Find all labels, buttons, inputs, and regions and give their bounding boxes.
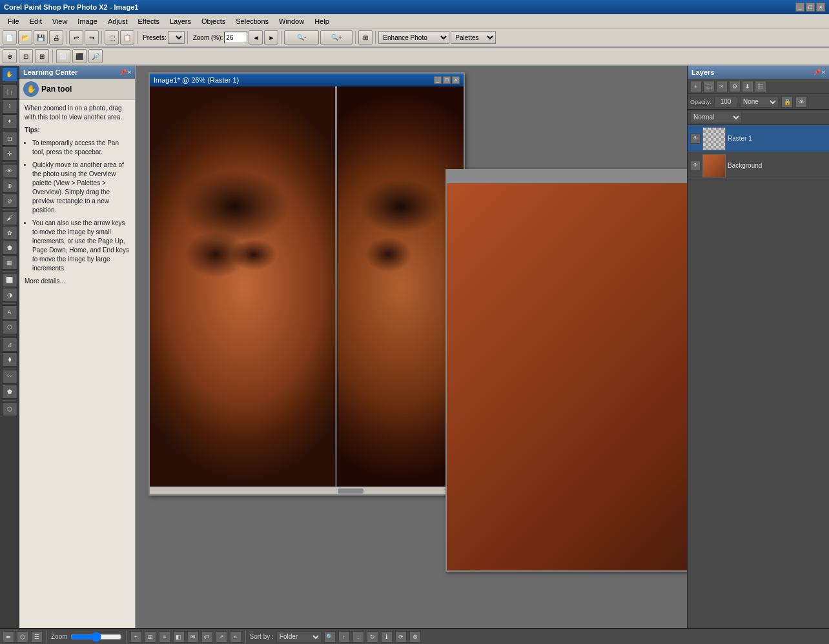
minimize-button[interactable]: _ [795, 3, 804, 12]
zoom-increase-button[interactable]: ► [264, 30, 278, 45]
warp-button[interactable]: 〰 [2, 370, 17, 384]
gradient-button[interactable]: ▦ [2, 256, 17, 270]
presets-dropdown[interactable] [168, 31, 185, 44]
save-button[interactable]: 💾 [34, 30, 48, 45]
layer-item-background[interactable]: 👁 Background [688, 152, 829, 179]
zoom-in-button[interactable]: 🔍+ [320, 30, 353, 45]
undo-button[interactable]: ↩ [69, 30, 83, 45]
layer-eye-raster1[interactable]: 👁 [690, 134, 701, 144]
org-tb-1[interactable]: ⬅ [3, 631, 14, 643]
menu-file[interactable]: File [3, 16, 25, 26]
color-replacer-button[interactable]: ⧫ [2, 352, 17, 367]
text-tool-button[interactable]: A [2, 305, 17, 319]
move-tool-button[interactable]: ✛ [2, 146, 17, 161]
doc-scrollbar-1[interactable] [150, 487, 464, 494]
actual-size-button[interactable]: ⊞ [358, 30, 373, 45]
magnify-button[interactable]: 🔎 [88, 49, 103, 63]
doc-minimize-1[interactable]: _ [434, 76, 442, 84]
visibility-button[interactable]: 👁 [795, 96, 807, 108]
org-grid-button[interactable]: ⊞ [145, 631, 156, 643]
org-email-button[interactable]: ✉ [187, 631, 199, 643]
zoom-more-button[interactable]: ⊕ [3, 49, 17, 63]
crop-tool-button[interactable]: ⊡ [2, 132, 17, 146]
grid-button[interactable]: ⊞ [35, 49, 49, 63]
print-button[interactable]: 🖨 [49, 30, 63, 45]
opacity-input[interactable] [714, 96, 737, 108]
vector-tool-button[interactable]: ⬡ [2, 320, 17, 334]
doc-canvas-2[interactable] [447, 183, 687, 570]
org-search-button[interactable]: 🔍 [324, 631, 336, 643]
menu-effects[interactable]: Effects [133, 16, 165, 26]
lasso-tool-button[interactable]: ⌇ [2, 99, 17, 114]
3d-object-button[interactable]: ⬡ [2, 402, 17, 416]
lc-close-button[interactable]: × [128, 69, 131, 75]
clone-button[interactable]: ⊕ [2, 179, 17, 193]
menu-image[interactable]: Image [72, 16, 103, 26]
doc-scrollthumb-1[interactable] [338, 488, 363, 494]
paint-bucket-button[interactable]: ⬟ [2, 241, 17, 255]
magic-wand-button[interactable]: ✦ [2, 114, 17, 128]
palettes-dropdown[interactable]: Palettes [451, 31, 496, 44]
layer-properties-button[interactable]: ⚙ [729, 81, 741, 92]
zoom-fit-button[interactable]: ⊡ [19, 49, 33, 63]
dodge-button[interactable]: ◑ [2, 288, 17, 302]
org-more-button[interactable]: » [230, 631, 241, 643]
menu-help[interactable]: Help [309, 16, 334, 26]
menu-objects[interactable]: Objects [196, 16, 230, 26]
doc-close-1[interactable]: × [452, 76, 460, 84]
eraser-button[interactable]: ⬜ [2, 273, 17, 287]
doc-window-controls-1[interactable]: _ □ × [434, 76, 460, 84]
paste-button[interactable]: 📋 [120, 30, 134, 45]
fit-image-button[interactable]: ⬜ [56, 49, 70, 63]
menu-window[interactable]: Window [274, 16, 309, 26]
lc-pin-button[interactable]: 📌 [119, 69, 127, 75]
scratch-remover-button[interactable]: ⊘ [2, 194, 17, 208]
enhance-photo-dropdown[interactable]: Enhance Photo [378, 31, 449, 44]
menu-adjust[interactable]: Adjust [103, 16, 133, 26]
new-raster-button[interactable]: ⬚ [703, 81, 715, 92]
close-button[interactable]: × [816, 3, 825, 12]
org-tag-button[interactable]: 🏷 [201, 631, 213, 643]
doc-canvas-1[interactable] [150, 86, 464, 487]
learning-center-controls[interactable]: 📌 × [119, 69, 131, 75]
dropper-button[interactable]: ⊿ [2, 337, 17, 352]
layers-pin-button[interactable]: 📌 [814, 69, 821, 75]
airbrush-button[interactable]: ✿ [2, 226, 17, 240]
new-layer-button[interactable]: + [690, 81, 702, 92]
org-detail-button[interactable]: ◧ [173, 631, 185, 643]
layer-item-raster1[interactable]: 👁 Raster 1 [688, 125, 829, 152]
merge-all-button[interactable]: ⬱ [755, 81, 766, 92]
menu-layers[interactable]: Layers [165, 16, 196, 26]
zoom-input[interactable] [224, 32, 247, 43]
pan-tool-button[interactable]: ✋ [2, 67, 17, 81]
org-share-button[interactable]: ↗ [216, 631, 227, 643]
delete-layer-button[interactable]: × [716, 81, 728, 92]
org-sort-desc-button[interactable]: ↓ [353, 631, 364, 643]
org-connect-button[interactable]: ⟳ [395, 631, 407, 643]
menu-view[interactable]: View [47, 16, 73, 26]
red-eye-button[interactable]: 👁 [2, 164, 17, 178]
full-screen-button[interactable]: ⬛ [72, 49, 87, 63]
more-details-link[interactable]: More details... [25, 277, 65, 285]
window-controls[interactable]: _ □ × [795, 3, 825, 12]
org-list-button[interactable]: ≡ [159, 631, 170, 643]
merge-down-button[interactable]: ⬇ [742, 81, 753, 92]
menu-edit[interactable]: Edit [25, 16, 47, 26]
org-tb-3[interactable]: ☰ [31, 631, 43, 643]
org-settings-button[interactable]: ⚙ [409, 631, 421, 643]
zoom-decrease-button[interactable]: ◄ [249, 30, 263, 45]
org-zoom-slider[interactable] [70, 632, 122, 641]
org-refresh-button[interactable]: ↻ [367, 631, 378, 643]
new-button[interactable]: 📄 [3, 30, 17, 45]
layer-eye-background[interactable]: 👁 [690, 161, 701, 171]
org-tb-2[interactable]: ⬡ [17, 631, 28, 643]
sort-by-dropdown[interactable]: Folder [276, 631, 322, 643]
redo-button[interactable]: ↪ [85, 30, 99, 45]
menu-selections[interactable]: Selections [230, 16, 274, 26]
layers-header-controls[interactable]: 📌 × [814, 69, 825, 75]
doc-maximize-1[interactable]: □ [443, 76, 451, 84]
org-add-button[interactable]: + [130, 631, 142, 643]
open-button[interactable]: 📂 [18, 30, 32, 45]
lock-dropdown[interactable]: None [740, 96, 779, 108]
blend-mode-dropdown[interactable]: Normal [690, 112, 742, 123]
